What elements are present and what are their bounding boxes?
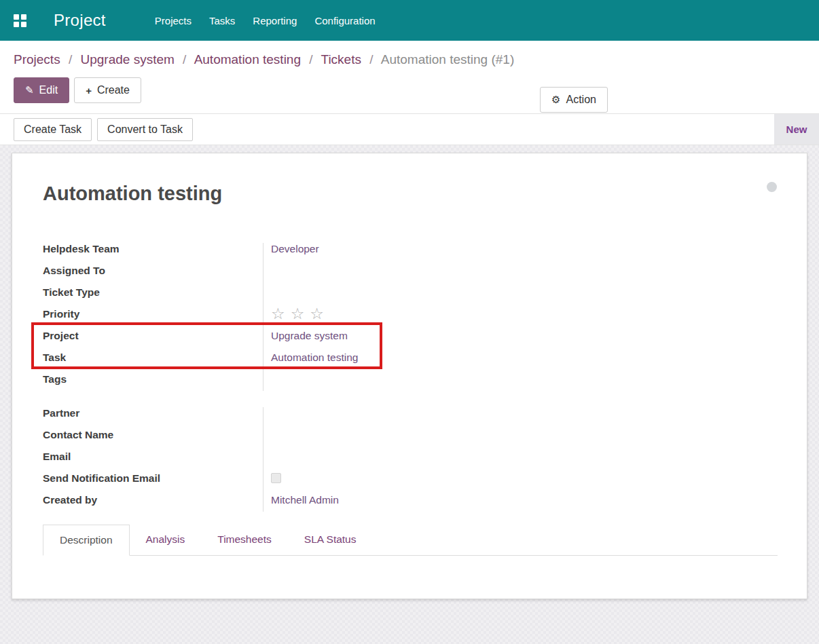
field-label-tags: Tags <box>43 371 263 393</box>
apps-menu-icon[interactable] <box>14 14 26 27</box>
menu-tasks[interactable]: Tasks <box>209 15 235 26</box>
create-button[interactable]: + Create <box>74 77 141 103</box>
stage-badge-new[interactable]: New <box>774 114 819 145</box>
breadcrumb-current: Automation testing (#1) <box>381 52 514 67</box>
menu-configuration[interactable]: Configuration <box>314 15 375 26</box>
menu-reporting[interactable]: Reporting <box>253 15 297 26</box>
send-notification-email-checkbox[interactable] <box>271 473 281 483</box>
field-label-task: Task <box>43 349 263 371</box>
notebook-tabs: Description Analysis Timesheets SLA Stat… <box>43 525 778 556</box>
field-value-tags[interactable] <box>263 371 532 393</box>
form-statusbar: Create Task Convert to Task New <box>0 113 819 145</box>
create-task-button[interactable]: Create Task <box>14 118 92 141</box>
breadcrumb-upgrade-system[interactable]: Upgrade system <box>80 52 174 67</box>
field-group-ticket: Helpdesk Team Developer Assigned To Tick… <box>43 241 532 393</box>
field-label-helpdesk-team: Helpdesk Team <box>43 241 263 263</box>
field-value-ticket-type[interactable] <box>263 284 532 306</box>
breadcrumb-tickets[interactable]: Tickets <box>321 52 361 67</box>
field-value-partner[interactable] <box>263 405 532 427</box>
field-group-contact: Partner Contact Name Email Send Notifica… <box>43 405 532 514</box>
field-value-email[interactable] <box>263 449 532 470</box>
plus-icon: + <box>86 85 92 96</box>
attachment-dot-icon[interactable] <box>767 182 777 192</box>
breadcrumb-separator: / <box>178 52 191 67</box>
menu-projects[interactable]: Projects <box>155 15 192 26</box>
control-buttons: ✎ Edit + Create <box>14 77 805 103</box>
main-menu: Projects Tasks Reporting Configuration <box>155 15 376 26</box>
breadcrumb: Projects / Upgrade system / Automation t… <box>14 52 805 67</box>
tab-sla-status[interactable]: SLA Status <box>288 525 373 556</box>
edit-button-label: Edit <box>39 84 58 96</box>
breadcrumb-projects[interactable]: Projects <box>14 52 60 67</box>
star-icon[interactable]: ☆ <box>271 306 285 321</box>
priority-star-widget: ☆ ☆ ☆ <box>271 306 532 321</box>
control-panel: Projects / Upgrade system / Automation t… <box>0 41 819 113</box>
field-label-partner: Partner <box>43 405 263 427</box>
field-value-contact-name[interactable] <box>263 427 532 449</box>
gear-icon: ⚙ <box>551 94 560 106</box>
field-label-priority: Priority <box>43 306 263 328</box>
field-value-project[interactable]: Upgrade system <box>271 330 348 341</box>
field-label-send-notification-email: Send Notification Email <box>43 470 263 492</box>
edit-button[interactable]: ✎ Edit <box>14 77 69 103</box>
action-button[interactable]: ⚙ Action <box>540 87 608 113</box>
convert-to-task-button[interactable]: Convert to Task <box>97 118 193 141</box>
breadcrumb-separator: / <box>64 52 77 67</box>
tab-description[interactable]: Description <box>43 525 130 556</box>
star-icon[interactable]: ☆ <box>310 306 324 321</box>
field-label-contact-name: Contact Name <box>43 427 263 449</box>
field-label-assigned-to: Assigned To <box>43 263 263 284</box>
breadcrumb-separator: / <box>304 52 317 67</box>
field-label-created-by: Created by <box>43 492 263 514</box>
field-label-ticket-type: Ticket Type <box>43 284 263 306</box>
field-value-task[interactable]: Automation testing <box>271 352 358 363</box>
star-icon[interactable]: ☆ <box>291 306 305 321</box>
field-value-helpdesk-team[interactable]: Developer <box>271 243 319 254</box>
action-button-label: Action <box>566 94 596 106</box>
field-groups: Helpdesk Team Developer Assigned To Tick… <box>43 241 532 514</box>
top-navbar: Project Projects Tasks Reporting Configu… <box>0 0 819 41</box>
field-value-created-by[interactable]: Mitchell Admin <box>271 494 339 506</box>
tab-content-empty <box>43 556 776 601</box>
tab-analysis[interactable]: Analysis <box>130 525 202 556</box>
tab-timesheets[interactable]: Timesheets <box>201 525 288 556</box>
field-label-email: Email <box>43 449 263 470</box>
content-background: Automation testing Helpdesk Team Develop… <box>0 145 819 644</box>
pencil-icon: ✎ <box>25 84 34 96</box>
breadcrumb-separator: / <box>365 52 378 67</box>
field-value-assigned-to[interactable] <box>263 263 532 284</box>
form-sheet: Automation testing Helpdesk Team Develop… <box>12 153 807 599</box>
breadcrumb-automation-testing[interactable]: Automation testing <box>194 52 301 67</box>
ticket-title: Automation testing <box>43 183 776 205</box>
create-button-label: Create <box>97 84 130 96</box>
field-label-project: Project <box>43 328 263 349</box>
app-brand[interactable]: Project <box>54 11 106 30</box>
